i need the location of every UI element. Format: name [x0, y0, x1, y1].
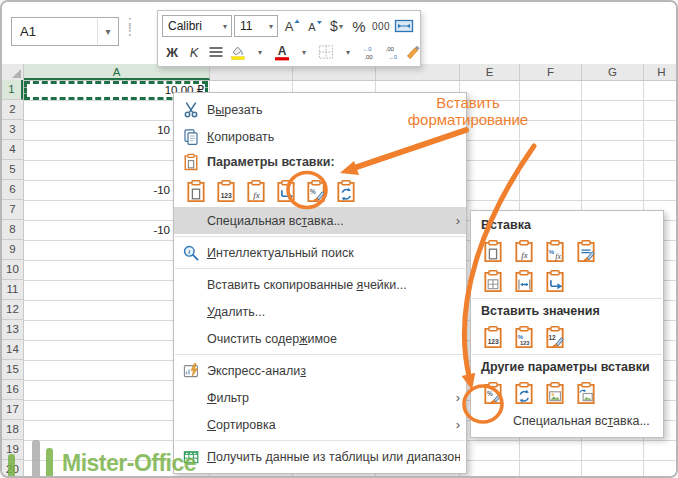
font-color-button[interactable]: A — [272, 41, 292, 63]
paste-option-formulas-icon[interactable]: fx — [512, 239, 536, 263]
font-color-dropdown-icon[interactable]: ▾ — [294, 41, 314, 63]
row-header-3[interactable]: 3 — [2, 120, 23, 140]
menu-separator — [175, 440, 465, 441]
menu-item-quick-analysis[interactable]: Экспресс-анализ — [174, 357, 466, 384]
paste-special-submenu: Вставкаfx%fxВставить значения123%12312Др… — [470, 210, 664, 438]
fill-color-button[interactable] — [228, 41, 248, 63]
column-header-F[interactable]: F — [520, 64, 582, 80]
row-header-15[interactable]: 15 — [2, 360, 23, 380]
paste-option-grid-icon[interactable] — [481, 269, 505, 293]
menu-item-copy[interactable]: Копировать — [174, 123, 466, 150]
row-header-2[interactable]: 2 — [2, 100, 23, 120]
align-center-button[interactable] — [206, 41, 226, 63]
paste-option-values-icon[interactable]: 123 — [481, 325, 505, 349]
paste-option-formatting-icon[interactable]: % — [304, 179, 328, 203]
row-header-14[interactable]: 14 — [2, 340, 23, 360]
menu-item-paste-special[interactable]: Специальная вставка... — [471, 408, 663, 434]
menu-item-scissors[interactable]: Вырезать — [174, 96, 466, 123]
row-header-8[interactable]: 8 — [2, 220, 23, 240]
row-header-10[interactable]: 10 — [2, 260, 23, 280]
paste-option-column-width-icon[interactable] — [512, 269, 536, 293]
submenu-arrow-icon: › — [448, 417, 460, 432]
decrease-font-size-button[interactable]: A — [304, 15, 325, 37]
paste-option-values-icon[interactable]: 123 — [214, 179, 238, 203]
paste-option-paste-icon[interactable] — [481, 239, 505, 263]
cell-A6[interactable]: -10 — [24, 182, 170, 200]
row-header-4[interactable]: 4 — [2, 140, 23, 160]
submenu-section-title: Вставка — [471, 215, 663, 236]
formula-bar-splitter-icon[interactable]: ⋮⋮ — [123, 20, 137, 34]
svg-text:,00: ,00 — [385, 45, 394, 52]
font-size-combo[interactable]: 11▾ — [234, 15, 278, 37]
name-box-dropdown-icon[interactable]: ▾ — [97, 19, 118, 44]
percent-style-button[interactable]: % — [349, 15, 369, 37]
column-header-E[interactable]: E — [460, 64, 520, 80]
paste-option-values-number-formatting-icon[interactable]: %123 — [512, 325, 536, 349]
row-header-1[interactable]: 1 — [2, 80, 23, 100]
decrease-decimal-button[interactable]: ,00→0 — [382, 41, 402, 63]
row-headers: 1234567891011121314151617181920 — [2, 81, 24, 476]
menu-item-очистить-сод[interactable]: Очистить содержимое — [174, 325, 466, 352]
bold-button[interactable]: Ж — [162, 41, 182, 63]
paste-option-keep-source-formatting-icon[interactable] — [574, 239, 598, 263]
row-header-18[interactable]: 18 — [2, 420, 23, 440]
menu-item-label: Специальная вставка... — [513, 414, 650, 428]
submenu-icon-row: 123%12312 — [471, 322, 663, 352]
cell-A3[interactable]: 10 — [24, 122, 170, 140]
fill-color-dropdown-icon[interactable]: ▾ — [250, 41, 270, 63]
paste-option-paste-icon[interactable] — [184, 179, 208, 203]
comma-style-button[interactable]: 000 — [371, 15, 391, 37]
row-header-7[interactable]: 7 — [2, 200, 23, 220]
italic-button[interactable]: K — [184, 41, 204, 63]
paste-option-link-icon[interactable] — [512, 381, 536, 405]
format-painter-button[interactable] — [404, 41, 424, 63]
cell-A8[interactable]: -10 — [24, 222, 170, 240]
row-header-12[interactable]: 12 — [2, 300, 23, 320]
menu-item-удалить-[interactable]: Удалить... — [174, 298, 466, 325]
row-header-20[interactable]: 20 — [2, 460, 23, 478]
svg-text:A: A — [278, 44, 287, 58]
name-box[interactable]: A1 ▾ — [11, 17, 119, 46]
menu-item-clipboard[interactable]: Параметры вставки: — [174, 150, 466, 174]
row-header-17[interactable]: 17 — [2, 400, 23, 420]
paste-option-transpose-icon[interactable] — [274, 179, 298, 203]
row-header-5[interactable]: 5 — [2, 160, 23, 180]
increase-decimal-button[interactable]: ←0,00 — [360, 41, 380, 63]
accounting-format-button[interactable]: $▾ — [327, 15, 347, 37]
submenu-icon-row: fx%fx — [471, 236, 663, 266]
row-header-6[interactable]: 6 — [2, 180, 23, 200]
column-header-H[interactable]: H — [644, 64, 678, 80]
font-name-combo[interactable]: Calibri▾ — [162, 15, 232, 37]
menu-item-label: Параметры вставки: — [202, 155, 460, 169]
menu-item-фильтр[interactable]: Фильтр› — [174, 384, 466, 411]
row-header-16[interactable]: 16 — [2, 380, 23, 400]
menu-item-сортировка[interactable]: Сортировка› — [174, 411, 466, 438]
menu-item-label: Копировать — [202, 130, 460, 144]
paste-option-values-formatting-icon[interactable]: 12 — [543, 325, 567, 349]
borders-button[interactable] — [316, 41, 336, 63]
paste-option-link-icon[interactable] — [334, 179, 358, 203]
row-header-13[interactable]: 13 — [2, 320, 23, 340]
row-header-19[interactable]: 19 — [2, 440, 23, 460]
menu-item-специальная-[interactable]: Специальная вставка...› — [174, 207, 466, 234]
row-header-11[interactable]: 11 — [2, 280, 23, 300]
column-header-G[interactable]: G — [582, 64, 644, 80]
merge-center-button[interactable] — [393, 15, 415, 37]
submenu-section-title: Вставить значения — [471, 301, 663, 322]
paste-option-picture-icon[interactable] — [543, 381, 567, 405]
row-header-9[interactable]: 9 — [2, 240, 23, 260]
paste-option-formulas-number-formatting-icon[interactable]: %fx — [543, 239, 567, 263]
select-all-corner[interactable] — [2, 64, 24, 81]
menu-item-search[interactable]: iИнтеллектуальный поиск — [174, 239, 466, 266]
paste-option-formatting-icon[interactable]: % — [481, 381, 505, 405]
submenu-arrow-icon: › — [448, 390, 460, 405]
paste-option-transpose-icon[interactable] — [543, 269, 567, 293]
svg-text:,00: ,00 — [364, 52, 373, 59]
paste-option-linked-picture-icon[interactable] — [574, 381, 598, 405]
increase-font-size-button[interactable]: A — [280, 15, 302, 37]
select-all-triangle-icon — [12, 69, 21, 78]
borders-dropdown-icon[interactable]: ▾ — [338, 41, 358, 63]
menu-item-вставить-ско[interactable]: Вставить скопированные ячейки... — [174, 271, 466, 298]
menu-item-table[interactable]: Получить данные из таблицы или диапазона… — [174, 443, 466, 470]
paste-option-formulas-icon[interactable]: fx — [244, 179, 268, 203]
